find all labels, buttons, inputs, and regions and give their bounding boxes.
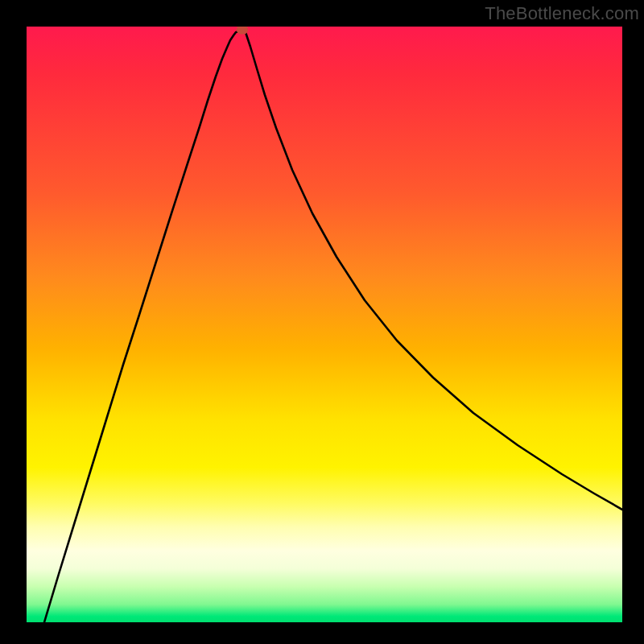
watermark-text: TheBottleneck.com <box>485 3 639 24</box>
bottleneck-curve <box>27 27 622 622</box>
plot-area <box>27 27 622 622</box>
optimum-marker <box>237 27 248 35</box>
chart-frame: TheBottleneck.com <box>0 0 644 644</box>
